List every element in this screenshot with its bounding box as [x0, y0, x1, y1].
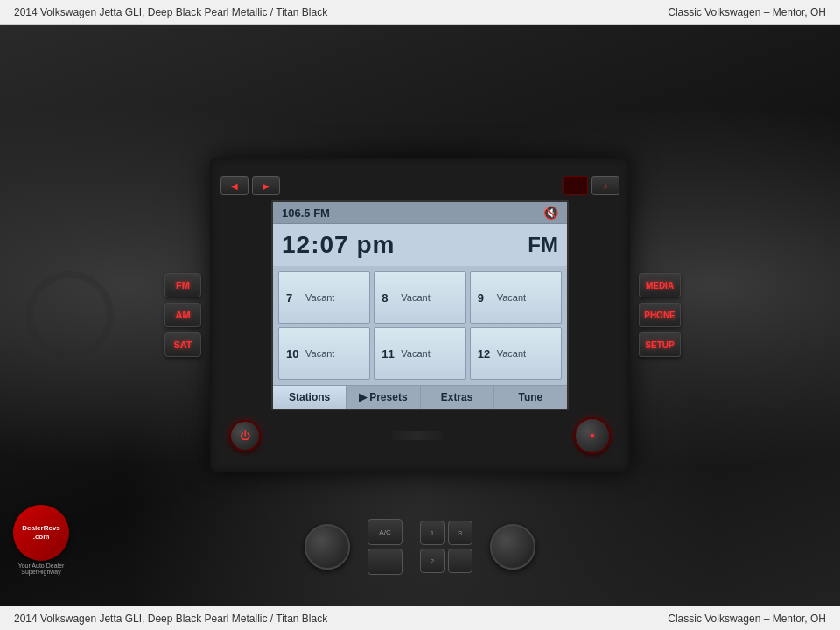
extras-label: Extras	[441, 391, 473, 403]
main-content: ◀ ▶ ♪ FM AM SAT 106.5 FM 🔇 12:07 pm FM	[0, 24, 840, 606]
steering-wheel-hint	[26, 271, 114, 359]
power-icon: ⏻	[240, 430, 250, 442]
bottom-spacer	[391, 431, 444, 440]
presets-label: Presets	[369, 391, 407, 403]
screen-time-area: 12:07 pm FM	[273, 224, 567, 266]
preset-9-num: 9	[478, 291, 492, 304]
prev-track-button[interactable]: ◀	[220, 176, 248, 195]
preset-10[interactable]: 10 Vacant	[278, 327, 370, 380]
tune-nav-button[interactable]: Tune	[494, 386, 567, 409]
preset-10-num: 10	[286, 347, 300, 360]
infotainment-unit: ◀ ▶ ♪ FM AM SAT 106.5 FM 🔇 12:07 pm FM	[210, 158, 630, 472]
watermark-line1: DealerRevs	[22, 524, 60, 533]
phone-button[interactable]: PHONE	[639, 303, 681, 327]
preset-9-label: Vacant	[497, 292, 526, 303]
preset-8-label: Vacant	[401, 292, 430, 303]
screen-nav: Stations ▶ Presets Extras Tune	[273, 385, 567, 409]
setup-button[interactable]: SETUP	[639, 332, 681, 357]
preset-8[interactable]: 8 Vacant	[374, 271, 466, 324]
volume-knob-dot	[591, 434, 594, 438]
screen-header: 106.5 FM 🔇	[273, 202, 567, 224]
top-controls: ◀ ▶ ♪	[220, 176, 620, 195]
preset-12-num: 12	[478, 347, 492, 360]
am-button[interactable]: AM	[164, 303, 201, 327]
hvac-right-dial[interactable]	[490, 524, 536, 570]
sat-button[interactable]: SAT	[164, 332, 201, 357]
bottom-controls: ⏻	[220, 417, 620, 454]
presets-nav-button[interactable]: ▶ Presets	[346, 386, 420, 409]
hvac-area: A/C 1 2 3	[304, 519, 536, 575]
preset-12-label: Vacant	[497, 348, 526, 359]
tune-label: Tune	[518, 391, 542, 403]
radio-screen: 106.5 FM 🔇 12:07 pm FM 7 Vacant 8 Vacant	[271, 200, 569, 410]
preset-8-num: 8	[382, 291, 396, 304]
time-display: 12:07 pm	[282, 231, 395, 259]
watermark: DealerRevs .com Your Auto Dealer SuperHi…	[13, 505, 69, 575]
watermark-line2: .com	[33, 533, 50, 542]
preset-10-label: Vacant	[305, 348, 334, 359]
top-right-btn-1[interactable]	[564, 176, 588, 195]
media-button[interactable]: MEDIA	[639, 273, 681, 298]
frequency-display: 106.5 FM	[282, 206, 330, 220]
fan-btn-2[interactable]: 2	[420, 549, 444, 573]
preset-11-num: 11	[382, 347, 396, 360]
fan-btn-4[interactable]	[448, 549, 472, 573]
preset-11[interactable]: 11 Vacant	[374, 327, 466, 380]
volume-knob[interactable]	[574, 417, 611, 454]
watermark-sub: Your Auto Dealer SuperHighway	[13, 563, 69, 575]
header-right-text: Classic Volkswagen – Mentor, OH	[668, 6, 826, 18]
fan-btn-3[interactable]: 3	[448, 521, 472, 545]
footer-bar: 2014 Volkswagen Jetta GLI, Deep Black Pe…	[0, 606, 840, 630]
preset-7-num: 7	[286, 291, 300, 304]
ac-button[interactable]: A/C	[368, 519, 402, 545]
stations-label: Stations	[289, 391, 330, 403]
power-knob[interactable]: ⏻	[229, 420, 261, 452]
footer-right-text: Classic Volkswagen – Mentor, OH	[668, 612, 826, 625]
header-left-text: 2014 Volkswagen Jetta GLI, Deep Black Pe…	[14, 6, 327, 18]
mute-icon: 🔇	[543, 206, 558, 220]
preset-11-label: Vacant	[401, 348, 430, 359]
preset-7[interactable]: 7 Vacant	[278, 271, 370, 324]
band-display: FM	[528, 233, 558, 257]
preset-grid: 7 Vacant 8 Vacant 9 Vacant 10 Vacant 11	[273, 266, 567, 385]
left-side-buttons: FM AM SAT	[164, 273, 201, 357]
hvac-left-dial[interactable]	[304, 524, 350, 570]
hvac-btn-2[interactable]	[368, 549, 402, 575]
stations-nav-button[interactable]: Stations	[273, 386, 346, 409]
preset-7-label: Vacant	[305, 292, 334, 303]
presets-icon: ▶	[359, 391, 367, 403]
footer-left-text: 2014 Volkswagen Jetta GLI, Deep Black Pe…	[14, 612, 327, 625]
watermark-logo: DealerRevs .com	[13, 505, 69, 561]
preset-12[interactable]: 12 Vacant	[470, 327, 562, 380]
fm-button[interactable]: FM	[164, 273, 201, 298]
right-side-buttons: MEDIA PHONE SETUP	[639, 273, 681, 357]
fan-btn-1[interactable]: 1	[420, 521, 444, 545]
header-bar: 2014 Volkswagen Jetta GLI, Deep Black Pe…	[0, 0, 840, 24]
preset-9[interactable]: 9 Vacant	[470, 271, 562, 324]
next-track-button[interactable]: ▶	[252, 176, 280, 195]
top-right-btn-2[interactable]: ♪	[592, 176, 620, 195]
extras-nav-button[interactable]: Extras	[421, 386, 494, 409]
